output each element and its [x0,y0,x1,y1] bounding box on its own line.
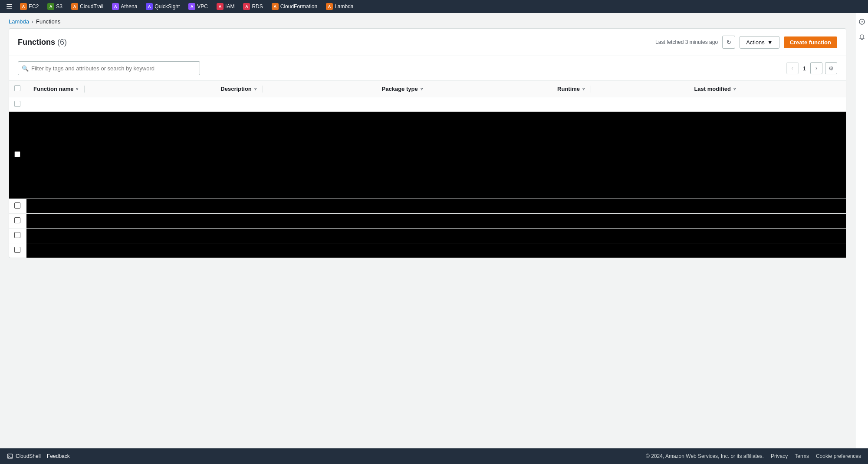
functions-panel: Functions (6) Last fetched 3 minutes ago… [9,28,846,258]
sort-icon-package-type: ▿ [421,86,423,91]
table-row [9,97,846,112]
create-function-label: Create function [790,39,831,46]
cloudtrail-icon: A [71,3,78,10]
nav-label-ec2: EC2 [29,3,39,10]
row-2-checkbox[interactable] [14,151,20,157]
cloudshell-button[interactable]: CloudShell [7,453,41,459]
prev-page-button[interactable]: ‹ [786,62,799,74]
col-sep-3 [429,86,429,93]
col-sep-4 [591,86,591,93]
nav-service-rds[interactable]: A RDS [240,2,266,11]
panel-header: Functions (6) Last fetched 3 minutes ago… [9,29,846,56]
col-runtime: Runtime ▿ [550,81,687,97]
nav-service-iam[interactable]: A IAM [213,2,238,11]
col-function-name: Function name ▿ [26,81,214,97]
nav-label-iam: IAM [225,3,234,10]
content-area: Lambda › Functions Functions (6) Last fe… [0,13,855,448]
footer: CloudShell Feedback © 2024, Amazon Web S… [0,448,868,464]
nav-label-cloudformation: CloudFormation [280,3,317,10]
table-row [9,199,846,213]
col-sep-2 [263,86,263,93]
side-icon-notifications[interactable] [857,32,867,43]
col-runtime-label: Runtime [557,86,580,92]
col-package-type-label: Package type [382,86,418,92]
actions-button[interactable]: Actions ▼ [740,36,779,49]
row-4-checkbox[interactable] [14,217,20,223]
row-6-content [26,243,846,258]
next-page-button[interactable]: › [810,62,822,74]
side-icon-help[interactable]: ? [857,17,867,27]
col-last-modified: Last modified ▿ [687,81,846,97]
quicksight-icon: A [146,3,153,10]
row-5-checkbox[interactable] [14,232,20,238]
panel-title: Functions (6) [18,38,67,47]
menu-icon[interactable]: ☰ [3,3,15,11]
row-3-checkbox[interactable] [14,202,20,209]
nav-service-s3[interactable]: A S3 [44,2,66,11]
top-navigation: ☰ A EC2 A S3 A CloudTrail A Athena A Qui… [0,0,868,13]
select-all-checkbox[interactable] [14,85,20,91]
col-package-type: Package type ▿ [375,81,551,97]
nav-label-vpc: VPC [197,3,208,10]
table-row [9,213,846,228]
actions-chevron-icon: ▼ [767,39,773,46]
row-2-content [26,112,846,199]
nav-label-quicksight: QuickSight [155,3,180,10]
select-all-column [9,81,26,97]
create-function-button[interactable]: Create function [784,36,837,48]
athena-icon: A [112,3,119,10]
search-input[interactable] [18,61,200,75]
privacy-link[interactable]: Privacy [771,453,788,459]
breadcrumb-parent[interactable]: Lambda [9,18,29,25]
nav-service-cloudformation[interactable]: A CloudFormation [268,2,321,11]
table-header-row: Function name ▿ Description ▿ [9,81,846,97]
nav-service-vpc[interactable]: A VPC [185,2,211,11]
footer-right: © 2024, Amazon Web Services, Inc. or its… [646,453,861,459]
sort-icon-last-modified: ▿ [733,86,736,91]
col-description-label: Description [220,86,252,92]
refresh-button[interactable]: ↻ [722,36,735,49]
s3-icon: A [47,3,54,10]
breadcrumb-current: Functions [36,18,60,25]
nav-service-cloudtrail[interactable]: A CloudTrail [68,2,107,11]
nav-label-rds: RDS [252,3,263,10]
col-function-name-label: Function name [33,86,73,92]
main-wrapper: Lambda › Functions Functions (6) Last fe… [0,13,868,448]
row-1-checkbox[interactable] [14,101,20,107]
nav-label-s3: S3 [56,3,62,10]
function-count: (6) [57,38,67,46]
cookie-link[interactable]: Cookie preferences [816,453,861,459]
search-bar: 🔍 ‹ 1 › ⚙ [9,56,846,81]
cloudformation-icon: A [272,3,279,10]
page-number: 1 [801,65,808,72]
breadcrumb-separator: › [32,19,33,25]
row-1-content [26,97,846,112]
table-row-black [9,112,846,199]
table-settings-button[interactable]: ⚙ [825,62,837,74]
sort-icon-description: ▿ [254,86,256,91]
functions-table: Function name ▿ Description ▿ [9,81,846,258]
cloudshell-label: CloudShell [16,453,41,459]
nav-label-cloudtrail: CloudTrail [80,3,103,10]
table-row [9,243,846,258]
table: Function name ▿ Description ▿ [9,81,846,258]
nav-service-athena[interactable]: A Athena [108,2,141,11]
col-description: Description ▿ [214,81,375,97]
pagination-area: ‹ 1 › ⚙ [786,62,837,74]
search-wrapper: 🔍 [18,61,200,75]
col-sep-1 [84,86,85,93]
iam-icon: A [217,3,224,10]
svg-text:?: ? [861,20,863,24]
search-icon: 🔍 [22,65,29,72]
lambda-icon: A [326,3,333,10]
nav-service-quicksight[interactable]: A QuickSight [142,2,183,11]
feedback-link[interactable]: Feedback [47,453,70,459]
nav-service-ec2[interactable]: A EC2 [16,2,42,11]
nav-service-lambda[interactable]: A Lambda [322,2,357,11]
row-5-content [26,228,846,243]
row-3-content [26,199,846,213]
ec2-icon: A [20,3,27,10]
terms-link[interactable]: Terms [795,453,809,459]
footer-left: CloudShell Feedback [7,453,70,459]
row-6-checkbox[interactable] [14,247,20,253]
